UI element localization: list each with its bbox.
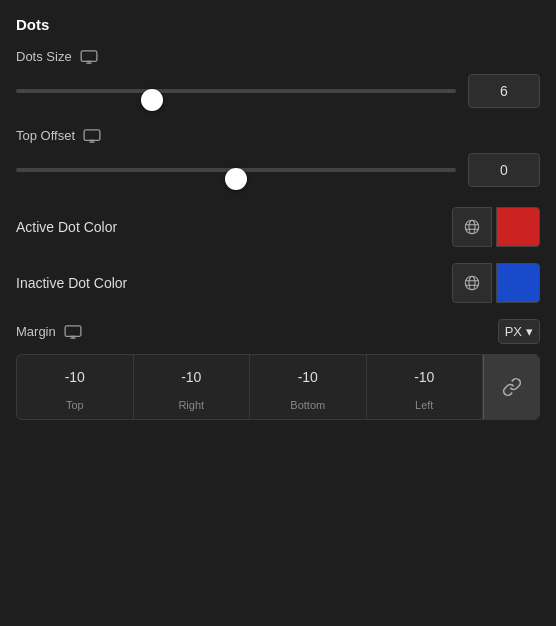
chevron-down-icon: ▾ xyxy=(526,324,533,339)
top-offset-slider-container xyxy=(16,160,456,180)
inactive-dot-color-globe-button[interactable] xyxy=(452,263,492,303)
top-offset-slider[interactable] xyxy=(16,168,456,172)
margin-unit-select[interactable]: PX ▾ xyxy=(498,319,540,344)
margin-inputs-container: Top Right Bottom Left xyxy=(16,354,540,420)
margin-unit-label: PX xyxy=(505,324,522,339)
margin-header: Margin PX ▾ xyxy=(16,319,540,344)
margin-link-icon[interactable] xyxy=(502,377,522,397)
dots-size-slider-container xyxy=(16,81,456,101)
margin-top-input[interactable] xyxy=(17,355,133,395)
margin-top-sublabel: Top xyxy=(66,395,84,419)
margin-bottom-cell: Bottom xyxy=(250,355,367,419)
top-offset-text: Top Offset xyxy=(16,128,75,143)
top-offset-slider-row xyxy=(16,153,540,187)
active-dot-color-globe-button[interactable] xyxy=(452,207,492,247)
margin-bottom-input[interactable] xyxy=(250,355,366,395)
margin-link-cell[interactable] xyxy=(483,355,539,419)
margin-left-cell: Left xyxy=(367,355,484,419)
inactive-dot-color-label: Inactive Dot Color xyxy=(16,275,127,291)
margin-top-cell: Top xyxy=(17,355,134,419)
margin-right-sublabel: Right xyxy=(178,395,204,419)
svg-rect-0 xyxy=(81,50,97,61)
svg-point-8 xyxy=(465,220,479,234)
margin-left-input[interactable] xyxy=(367,355,483,395)
dots-size-slider-row xyxy=(16,74,540,108)
active-dot-color-row: Active Dot Color xyxy=(16,207,540,247)
margin-left-sublabel: Left xyxy=(415,395,433,419)
margin-right-cell: Right xyxy=(134,355,251,419)
dots-size-text: Dots Size xyxy=(16,49,72,64)
inactive-dot-color-controls xyxy=(452,263,540,303)
dots-size-monitor-icon xyxy=(80,50,98,64)
top-offset-label: Top Offset xyxy=(16,128,540,143)
margin-monitor-icon xyxy=(64,325,82,339)
top-offset-value-input[interactable] xyxy=(468,153,540,187)
section-title: Dots xyxy=(16,16,540,33)
svg-rect-4 xyxy=(84,129,100,140)
active-dot-color-controls xyxy=(452,207,540,247)
dots-size-slider[interactable] xyxy=(16,89,456,93)
svg-point-13 xyxy=(469,276,475,290)
svg-point-12 xyxy=(465,276,479,290)
inactive-dot-color-swatch[interactable] xyxy=(496,263,540,303)
svg-rect-16 xyxy=(65,325,81,336)
margin-text: Margin xyxy=(16,324,56,339)
margin-values-row: Top Right Bottom Left xyxy=(17,355,539,419)
margin-bottom-sublabel: Bottom xyxy=(290,395,325,419)
dots-size-value-input[interactable] xyxy=(468,74,540,108)
margin-label: Margin xyxy=(16,324,82,339)
top-offset-monitor-icon xyxy=(83,129,101,143)
active-dot-color-swatch[interactable] xyxy=(496,207,540,247)
active-dot-color-label: Active Dot Color xyxy=(16,219,117,235)
inactive-dot-color-row: Inactive Dot Color xyxy=(16,263,540,303)
dots-size-label: Dots Size xyxy=(16,49,540,64)
svg-point-9 xyxy=(469,220,475,234)
margin-right-input[interactable] xyxy=(134,355,250,395)
